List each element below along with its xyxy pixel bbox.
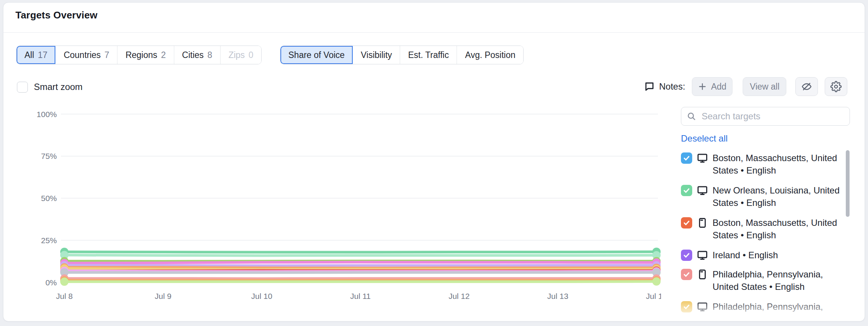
target-label: New Orleans, Louisiana, United States • … <box>713 184 851 209</box>
y-axis-tick-label: 0% <box>46 278 57 287</box>
desktop-icon <box>697 152 708 164</box>
mobile-icon <box>697 269 708 280</box>
target-item[interactable]: Ireland • English <box>681 249 851 261</box>
desktop-icon <box>697 185 708 196</box>
tab-count: 8 <box>207 50 212 60</box>
chart-line-mint <box>64 255 656 256</box>
tab-count: 2 <box>161 50 166 60</box>
tab-label: Visibility <box>361 50 392 60</box>
tab-label: Avg. Position <box>465 50 515 60</box>
tab-label: Regions <box>125 50 157 60</box>
hide-notes-button[interactable] <box>795 77 818 96</box>
notes-toolbar: Notes: Add View all <box>644 77 847 96</box>
target-item[interactable]: Philadelphia, Pennsylvania, <box>681 301 851 313</box>
y-axis-tick-label: 100% <box>37 110 57 119</box>
filter-tab-group: All 17 Countries 7 Regions 2 Cities 8 Zi… <box>16 46 262 64</box>
tab-cities[interactable]: Cities 8 <box>174 46 221 64</box>
target-search <box>681 107 850 126</box>
y-axis-tick-label: 50% <box>41 194 57 203</box>
mobile-icon <box>697 217 708 229</box>
tab-count: 7 <box>105 50 110 60</box>
deselect-all-link[interactable]: Deselect all <box>681 133 728 144</box>
target-label: Boston, Massachusetts, United States • E… <box>713 152 851 177</box>
tab-countries[interactable]: Countries 7 <box>56 46 117 64</box>
x-axis-tick-label: Jul 9 <box>155 292 171 300</box>
target-checkbox[interactable] <box>681 185 692 196</box>
x-axis-tick-label: Jul 13 <box>547 292 568 300</box>
eye-off-icon <box>801 81 812 92</box>
tab-est-traffic[interactable]: Est. Traffic <box>400 46 457 64</box>
desktop-icon <box>697 301 708 312</box>
tab-avg-position[interactable]: Avg. Position <box>457 46 523 64</box>
chart-line-teal <box>64 252 656 252</box>
tab-regions[interactable]: Regions 2 <box>117 46 174 64</box>
add-note-button[interactable]: Add <box>692 77 732 96</box>
target-item[interactable]: Boston, Massachusetts, United States • E… <box>681 152 851 177</box>
target-item[interactable]: New Orleans, Louisiana, United States • … <box>681 184 851 209</box>
x-axis-tick-label: Jul 10 <box>251 292 272 300</box>
target-checkbox[interactable] <box>681 152 692 164</box>
target-checkbox[interactable] <box>681 250 692 261</box>
chart-endpoint-lightgreen <box>652 277 661 286</box>
notes-label: Notes: <box>659 81 685 92</box>
tab-label: Est. Traffic <box>408 50 449 60</box>
y-axis-tick-label: 25% <box>41 236 57 245</box>
target-label: Philadelphia, Pennsylvania, United State… <box>713 268 851 293</box>
search-targets-input[interactable] <box>701 111 844 122</box>
target-list-scrollbar[interactable] <box>846 150 850 217</box>
tab-count: 17 <box>38 50 48 60</box>
x-axis-tick-label: Jul 11 <box>350 292 370 300</box>
tab-label: All <box>24 50 34 60</box>
metric-tab-group: Share of Voice Visibility Est. Traffic A… <box>280 46 524 64</box>
tab-label: Zips <box>228 50 245 60</box>
target-checkbox[interactable] <box>681 301 692 312</box>
add-note-label: Add <box>711 82 726 92</box>
target-item[interactable]: Philadelphia, Pennsylvania, United State… <box>681 268 851 293</box>
view-all-notes-button[interactable]: View all <box>743 77 786 96</box>
tab-label: Cities <box>182 50 204 60</box>
target-item[interactable]: Boston, Massachusetts, United States • E… <box>681 217 851 241</box>
view-all-label: View all <box>750 82 780 92</box>
x-axis-tick-label: Jul 14 <box>646 292 661 300</box>
chart-endpoint-lightgreen <box>60 277 69 286</box>
target-label: Boston, Massachusetts, United States • E… <box>713 216 851 241</box>
x-axis-tick-label: Jul 12 <box>449 292 470 300</box>
chart-settings-button[interactable] <box>825 77 847 96</box>
tab-count: 0 <box>248 50 253 60</box>
target-checkbox[interactable] <box>681 217 692 229</box>
tab-visibility[interactable]: Visibility <box>353 46 400 64</box>
tab-zips: Zips 0 <box>221 46 261 64</box>
target-label: Philadelphia, Pennsylvania, <box>713 300 851 313</box>
share-of-voice-chart[interactable]: 0%25%50%75%100%Jul 8Jul 9Jul 10Jul 11Jul… <box>21 72 661 307</box>
tab-all[interactable]: All 17 <box>17 46 56 64</box>
tab-label: Countries <box>64 50 101 60</box>
header-divider <box>3 32 865 33</box>
plus-icon <box>698 82 707 91</box>
target-label: Ireland • English <box>713 249 851 261</box>
x-axis-tick-label: Jul 8 <box>56 292 73 300</box>
search-icon <box>687 111 696 121</box>
y-axis-tick-label: 75% <box>41 152 57 160</box>
desktop-icon <box>697 250 708 261</box>
page-title: Targets Overview <box>15 9 97 21</box>
chart-line-magenta <box>64 262 656 263</box>
tab-label: Share of Voice <box>288 50 345 60</box>
chart-line-lavender <box>64 265 656 265</box>
tab-share-of-voice[interactable]: Share of Voice <box>280 46 353 64</box>
gear-icon <box>830 81 842 92</box>
target-checkbox[interactable] <box>681 269 692 280</box>
targets-overview-card: Targets Overview All 17 Countries 7 Regi… <box>3 2 865 321</box>
